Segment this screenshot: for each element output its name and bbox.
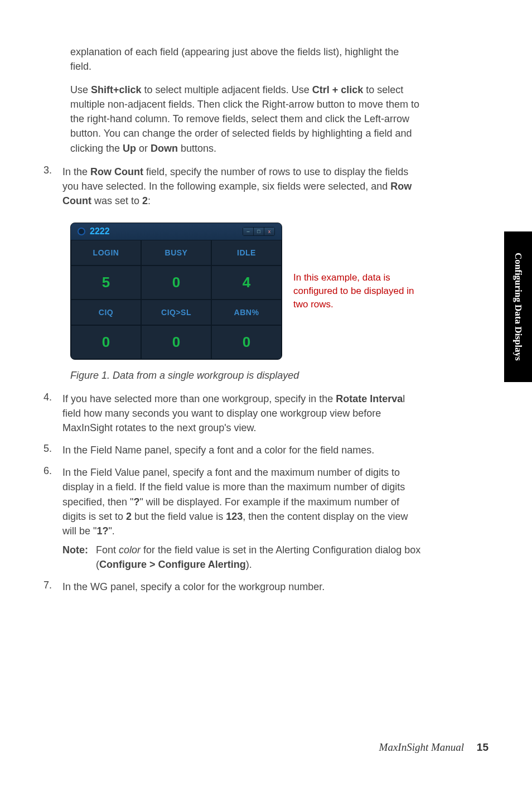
list-item-3: 3. In the Row Count field, specify the n… <box>43 165 423 208</box>
note-label: Note: <box>62 543 96 572</box>
row-count-bold: Row Count <box>90 166 143 177</box>
shiftclick-paragraph: Use Shift+click to select multiple adjac… <box>70 83 423 155</box>
configure-path-bold: Configure > Configure Alerting <box>99 559 246 570</box>
cell-label: CIQ <box>71 300 141 325</box>
text: ". <box>108 525 114 537</box>
cell-value: 5 <box>71 265 141 300</box>
maximize-icon[interactable]: □ <box>254 228 264 235</box>
text: but the field value is <box>132 511 226 522</box>
shift-click-bold: Shift+click <box>91 84 142 95</box>
close-icon[interactable]: x <box>264 228 274 235</box>
cell-value: 0 <box>141 325 211 359</box>
status-circle-icon <box>78 228 85 235</box>
list-item-5: 5. In the Field Name panel, specify a fo… <box>43 443 423 457</box>
list-item-6: 6. In the Field Value panel, specify a f… <box>43 465 423 572</box>
text: or <box>136 143 151 154</box>
up-bold: Up <box>123 143 136 154</box>
intro-paragraph: explanation of each field (appearing jus… <box>70 45 423 74</box>
list-text: If you have selected more than one workg… <box>62 392 423 435</box>
v123-bold: 123 <box>226 511 243 522</box>
list-number: 7. <box>43 580 62 594</box>
cell-value: 0 <box>141 265 211 300</box>
v1q-bold: 1? <box>96 525 108 537</box>
text: buttons. <box>178 143 216 154</box>
text: Use <box>70 84 91 95</box>
list-number: 3. <box>43 165 62 208</box>
text: was set to <box>91 195 142 206</box>
text: Font <box>96 544 119 556</box>
dashboard-grid: LOGIN BUSY IDLE 5 0 4 CIQ CIQ>SL ABN% 0 … <box>71 240 282 359</box>
two-bold: 2 <box>126 511 132 522</box>
list-number: 5. <box>43 443 62 457</box>
list-text: In the Row Count field, specify the numb… <box>62 165 423 208</box>
window-title: 2222 <box>90 226 110 236</box>
text: ). <box>246 559 252 570</box>
list-item-7: 7. In the WG panel, specify a color for … <box>43 580 423 594</box>
footer-page-number: 15 <box>477 741 489 753</box>
text: l <box>403 393 405 404</box>
figure-wrap: 2222 – □ x LOGIN BUSY IDLE 5 0 4 CIQ <box>70 223 423 360</box>
text: If you have selected more than one workg… <box>62 393 336 404</box>
color-italic: color <box>119 544 141 556</box>
qmark-bold: ? <box>133 496 139 508</box>
cell-label: IDLE <box>211 240 282 265</box>
figure-caption: Figure 1. Data from a single workgroup i… <box>70 370 423 382</box>
note-text: Font color for the field value is set in… <box>96 543 423 572</box>
titlebar-left: 2222 <box>78 226 110 236</box>
list-number: 4. <box>43 392 62 435</box>
minimize-icon[interactable]: – <box>243 228 253 235</box>
list-text: In the Field Name panel, specify a font … <box>62 443 423 457</box>
page-footer: MaxInSight Manual 15 <box>379 741 489 754</box>
cell-value: 0 <box>211 325 282 359</box>
cell-value: 0 <box>71 325 141 359</box>
list-number: 6. <box>43 465 62 572</box>
cell-value: 4 <box>211 265 282 300</box>
list-text: In the WG panel, specify a color for the… <box>62 580 423 594</box>
dashboard-window: 2222 – □ x LOGIN BUSY IDLE 5 0 4 CIQ <box>70 223 282 360</box>
text: In the <box>62 166 90 177</box>
cell-label: BUSY <box>141 240 211 265</box>
cell-label: ABN% <box>211 300 282 325</box>
text: : <box>148 195 151 206</box>
two-bold: 2 <box>142 195 148 206</box>
text: field how many seconds you want to displ… <box>62 408 381 433</box>
list-item-4: 4. If you have selected more than one wo… <box>43 392 423 435</box>
ctrl-click-bold: Ctrl + click <box>312 84 364 95</box>
rotate-interval-bold: Rotate Interva <box>336 393 403 404</box>
down-bold: Down <box>151 143 178 154</box>
note-block: Note: Font color for the field value is … <box>62 543 423 572</box>
side-tab: Configuring Data Displays <box>504 231 532 382</box>
dashboard-titlebar: 2222 – □ x <box>71 223 282 240</box>
list-text: In the Field Value panel, specify a font… <box>62 465 423 572</box>
figure-annotation: In this example, data is configured to b… <box>293 271 422 311</box>
text: to select multiple adjacent fields. Use <box>142 84 312 95</box>
cell-label: LOGIN <box>71 240 141 265</box>
side-tab-label: Configuring Data Displays <box>512 253 524 361</box>
cell-label: CIQ>SL <box>141 300 211 325</box>
footer-title: MaxInSight Manual <box>379 741 465 753</box>
window-buttons: – □ x <box>243 227 275 236</box>
